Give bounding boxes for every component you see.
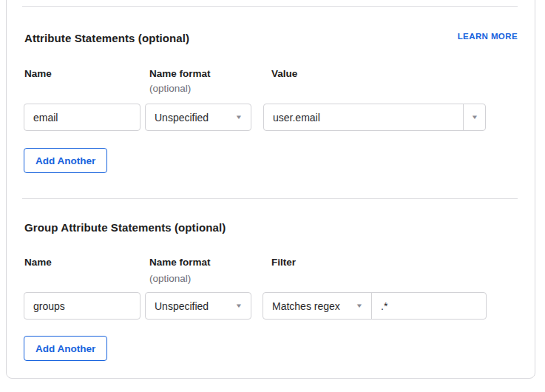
column-hint-optional: (optional) — [149, 83, 191, 94]
learn-more-link[interactable]: LEARN MORE — [458, 32, 518, 41]
attribute-value-input[interactable] — [264, 104, 463, 130]
group-attribute-filter-group: Matches regex ▼ — [263, 292, 487, 320]
settings-card — [6, 0, 535, 379]
group-attribute-filter-type-select[interactable]: Matches regex ▼ — [263, 293, 372, 319]
column-header-name-format: Name format — [149, 68, 211, 79]
column-header-name-format: Name format — [149, 257, 211, 268]
group-attribute-statements-title: Group Attribute Statements (optional) — [24, 221, 226, 234]
column-header-name: Name — [24, 68, 52, 79]
add-another-attribute-button[interactable]: Add Another — [24, 148, 107, 173]
attribute-value-combobox: ▼ — [263, 104, 486, 131]
column-header-name: Name — [24, 257, 52, 268]
section-divider — [22, 6, 518, 7]
group-attribute-name-format-select[interactable]: Unspecified ▼ — [145, 292, 251, 320]
chevron-down-icon: ▼ — [470, 115, 478, 121]
chevron-down-icon: ▼ — [235, 303, 243, 309]
column-header-filter: Filter — [271, 257, 296, 268]
attribute-name-format-select[interactable]: Unspecified ▼ — [145, 104, 251, 131]
group-attribute-filter-value-input[interactable] — [372, 293, 486, 319]
column-header-value: Value — [271, 68, 297, 79]
chevron-down-icon: ▼ — [356, 303, 363, 309]
add-another-group-attribute-button[interactable]: Add Another — [24, 336, 107, 361]
attribute-value-dropdown-button[interactable]: ▼ — [463, 104, 485, 130]
group-attribute-name-format-value: Unspecified — [155, 300, 209, 312]
section-divider — [22, 198, 518, 199]
group-attribute-name-input[interactable] — [24, 292, 141, 320]
column-hint-optional: (optional) — [149, 273, 191, 284]
chevron-down-icon: ▼ — [235, 115, 243, 121]
group-attribute-filter-type-value: Matches regex — [272, 300, 340, 312]
attribute-name-input[interactable] — [24, 104, 141, 131]
attribute-name-format-value: Unspecified — [155, 112, 209, 124]
attribute-statements-title: Attribute Statements (optional) — [24, 32, 189, 44]
